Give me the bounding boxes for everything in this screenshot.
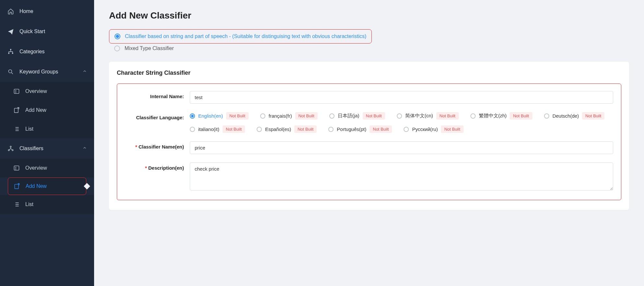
status-badge: Not Built [294, 125, 317, 133]
svg-rect-5 [14, 108, 18, 112]
sidebar-item-label: Add New [26, 183, 47, 189]
sidebar-item-categories[interactable]: Categories [0, 42, 94, 62]
language-option[interactable]: 简体中文(cn)Not Built [397, 112, 459, 120]
status-badge: Not Built [370, 125, 392, 133]
sidebar-item-c-overview[interactable]: Overview [0, 159, 94, 177]
chevron-up-icon [82, 146, 87, 151]
language-label: English(en) [198, 113, 223, 119]
sidebar-item-kg-add-new[interactable]: Add New [0, 101, 94, 120]
sidebar-item-home[interactable]: Home [0, 1, 94, 21]
radio-unselected-icon[interactable] [190, 127, 195, 132]
language-option[interactable]: 日本語(ja)Not Built [329, 112, 385, 120]
search-icon [7, 68, 14, 75]
row-description: Description(en) [125, 162, 613, 191]
sidebar-item-label: Home [19, 8, 33, 14]
status-badge: Not Built [441, 125, 463, 133]
sidebar-item-label: Overview [25, 165, 47, 171]
language-label: Português(pt) [337, 126, 366, 132]
row-classifier-language: Classifier Language: English(en)Not Buil… [125, 112, 613, 133]
sidebar-item-label: List [25, 202, 33, 207]
language-label: 简体中文(cn) [405, 113, 433, 119]
label-classifier-name: Classifier Name(en) [125, 141, 190, 150]
svg-point-6 [10, 146, 11, 147]
classifier-name-input[interactable] [190, 141, 613, 154]
language-option[interactable]: Português(pt)Not Built [328, 125, 392, 133]
sidebar-item-c-list[interactable]: List [0, 195, 94, 214]
active-indicator [84, 183, 90, 189]
radio-selected-icon[interactable] [115, 33, 120, 39]
form-block: Internal Name: Classifier Language: Engl… [117, 84, 621, 200]
language-option[interactable]: français(fr)Not Built [260, 112, 318, 120]
svg-point-3 [8, 70, 12, 73]
radio-unselected-icon[interactable] [397, 113, 402, 119]
sitemap-icon [7, 48, 14, 55]
sidebar-item-c-add-new[interactable]: Add New [8, 177, 86, 195]
sidebar-item-label: Overview [25, 88, 47, 94]
status-badge: Not Built [363, 112, 385, 120]
radio-unselected-icon[interactable] [260, 113, 265, 119]
label-internal-name: Internal Name: [125, 91, 190, 99]
status-badge: Not Built [510, 112, 532, 120]
classifier-type-option-mixed[interactable]: Mixed Type Classifier [109, 44, 629, 55]
language-label: 繁體中文(zh) [479, 113, 507, 119]
add-file-icon [13, 107, 20, 114]
language-label: Español(es) [265, 126, 291, 132]
status-badge: Not Built [582, 112, 604, 120]
internal-name-input[interactable] [190, 91, 613, 104]
language-label: français(fr) [269, 113, 292, 119]
language-option[interactable]: English(en)Not Built [190, 112, 249, 120]
radio-unselected-icon[interactable] [328, 127, 334, 132]
status-badge: Not Built [226, 112, 249, 120]
sidebar-item-kg-list[interactable]: List [0, 120, 94, 138]
language-option[interactable]: Deutsch(de)Not Built [544, 112, 605, 120]
sidebar-item-quick-start[interactable]: Quick Start [0, 21, 94, 42]
status-badge: Not Built [436, 112, 459, 120]
status-badge: Not Built [223, 125, 245, 133]
radio-unselected-icon[interactable] [470, 113, 476, 119]
list-icon [13, 201, 20, 208]
radio-unselected-icon[interactable] [257, 127, 262, 132]
row-classifier-name: Classifier Name(en) [125, 141, 613, 154]
radio-selected-icon[interactable] [190, 113, 195, 119]
description-textarea[interactable] [190, 162, 613, 190]
sidebar-item-label: List [25, 126, 33, 132]
classifier-type-option-string[interactable]: Classifier based on string and part of s… [109, 29, 372, 44]
nodes-icon [7, 145, 14, 152]
option-label: Mixed Type Classifier [125, 46, 174, 51]
svg-rect-1 [8, 53, 9, 54]
main-content: Add New Classifier Classifier based on s… [94, 0, 644, 286]
language-label: italiano(it) [198, 126, 219, 132]
home-icon [7, 8, 14, 15]
sidebar-item-label: Classifiers [19, 146, 43, 151]
svg-rect-9 [14, 166, 19, 170]
language-option[interactable]: Español(es)Not Built [257, 125, 317, 133]
sidebar-item-keyword-groups[interactable]: Keyword Groups [0, 62, 94, 82]
svg-rect-0 [10, 49, 11, 50]
language-label: 日本語(ja) [338, 113, 359, 119]
radio-unselected-icon[interactable] [114, 46, 120, 51]
sidebar-item-label: Add New [25, 107, 46, 113]
label-classifier-language: Classifier Language: [125, 112, 190, 120]
radio-unselected-icon[interactable] [404, 127, 409, 132]
list-icon [13, 125, 20, 133]
panel-title: Character String Classifier [117, 70, 621, 76]
svg-rect-2 [12, 53, 13, 54]
sidebar-item-label: Categories [19, 49, 44, 55]
row-internal-name: Internal Name: [125, 91, 613, 104]
sidebar-item-kg-overview[interactable]: Overview [0, 82, 94, 101]
string-classifier-panel: Character String Classifier Internal Nam… [109, 62, 629, 210]
add-file-icon [13, 183, 20, 190]
list-detail-icon [13, 88, 20, 95]
language-label: Русский(ru) [412, 126, 438, 132]
radio-unselected-icon[interactable] [544, 113, 549, 119]
sidebar: Home Quick Start Categories Keyword Grou… [0, 0, 94, 286]
language-option[interactable]: Русский(ru)Not Built [404, 125, 463, 133]
sidebar-item-label: Quick Start [19, 29, 45, 34]
language-label: Deutsch(de) [553, 113, 579, 119]
chevron-up-icon [82, 69, 87, 75]
radio-unselected-icon[interactable] [329, 113, 334, 119]
language-option[interactable]: italiano(it)Not Built [190, 125, 245, 133]
paper-plane-icon [7, 28, 14, 35]
language-option[interactable]: 繁體中文(zh)Not Built [470, 112, 532, 120]
sidebar-item-classifiers[interactable]: Classifiers [0, 138, 94, 159]
